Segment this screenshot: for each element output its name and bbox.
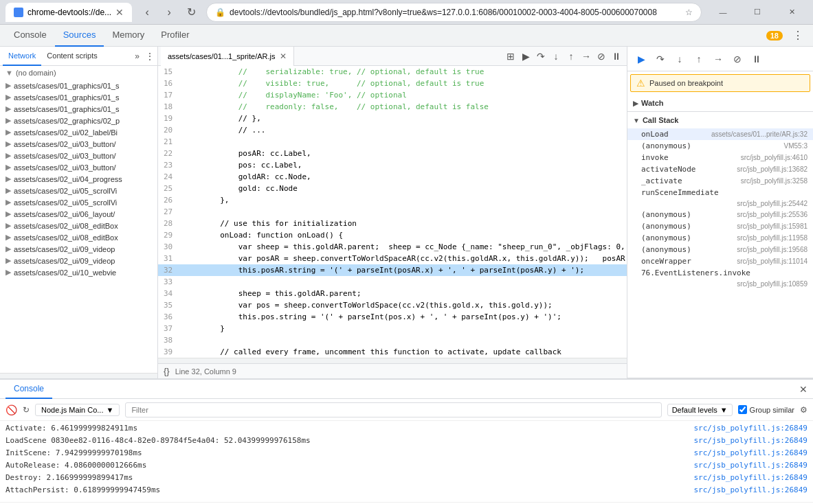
step-into-debug-btn[interactable]: ↓ (671, 51, 688, 67)
list-item[interactable]: ▶ assets/cases/02_ui/09_videop (0, 243, 157, 255)
call-stack-item[interactable]: invokesrc/jsb_polyfill.js:4610 (627, 152, 813, 163)
console-content: Activate: 6.461999999824911mssrc/jsb_pol… (0, 421, 813, 502)
list-item[interactable]: ▶ assets/cases/02_ui/03_button/ (0, 138, 157, 150)
editor-tab-ar[interactable]: assets/cases/01...1_sprite/AR.js ✕ (161, 47, 294, 66)
context-chevron-icon: ▼ (106, 406, 113, 414)
line-number: 37 (158, 323, 178, 334)
call-stack-item-name: (anonymous) (641, 141, 691, 150)
list-item[interactable]: ▶ assets/cases/02_ui/10_webvie (0, 266, 157, 278)
call-stack-item-location: VM55:3 (784, 142, 808, 150)
file-item-label: assets/cases/02_ui/10_webvie (14, 268, 116, 277)
console-log-location[interactable]: src/jsb_polyfill.js:26849 (693, 435, 808, 446)
list-item[interactable]: ▶ assets/cases/01_graphics/01_s (0, 91, 157, 103)
file-tree-scrollbar-h[interactable] (0, 373, 157, 378)
browser-tab[interactable]: chrome-devtools://de... ✕ (5, 3, 132, 22)
console-settings-btn[interactable]: ⚙ (800, 405, 808, 415)
list-item: InitScene: 7.942999999970198mssrc/jsb_po… (0, 447, 813, 459)
list-item[interactable]: ▶ assets/cases/02_ui/05_scrollVi (0, 185, 157, 196)
console-clear-icon[interactable]: ↻ (23, 405, 30, 415)
maximize-btn[interactable]: ☐ (742, 3, 773, 22)
list-item[interactable]: ▶ assets/cases/02_ui/08_editBox (0, 231, 157, 243)
resume-debug-btn[interactable]: ▶ (633, 51, 649, 67)
pause-exceptions-btn[interactable]: ⏸ (609, 49, 624, 64)
code-scrollbar-h[interactable] (158, 358, 627, 363)
console-clear-btn[interactable]: 🚫 (5, 404, 17, 415)
forward-btn[interactable]: › (159, 3, 179, 22)
console-log-location[interactable]: src/jsb_polyfill.js:26849 (693, 460, 808, 471)
editor-tab-close-btn[interactable]: ✕ (280, 51, 287, 61)
table-row: 38 (158, 334, 627, 346)
bookmark-icon[interactable]: ☆ (685, 8, 693, 17)
list-item[interactable]: ▶ assets/cases/02_ui/03_button/ (0, 150, 157, 161)
list-item[interactable]: ▶ assets/cases/01_graphics/01_s (0, 103, 157, 115)
address-bar[interactable]: 🔒 devtools://devtools/bundled/js_app.htm… (206, 3, 702, 22)
call-stack-item[interactable]: (anonymous)src/jsb_polyfill.js:11958 (627, 232, 813, 244)
tab-sources[interactable]: Sources (55, 25, 104, 47)
step-btn[interactable]: → (579, 49, 594, 64)
list-item[interactable]: ▶ assets/cases/02_ui/09_videop (0, 255, 157, 266)
call-stack-item[interactable]: _activatesrc/jsb_polyfill.js:3258 (627, 175, 813, 187)
call-stack-item[interactable]: (anonymous)src/jsb_polyfill.js:19568 (627, 244, 813, 255)
table-row: 17 // displayName: 'Foo', // optional (158, 89, 627, 101)
tab-close-btn[interactable]: ✕ (115, 7, 124, 18)
step-over-btn[interactable]: ↷ (533, 49, 548, 64)
list-item[interactable]: ▶ assets/cases/02_ui/02_label/Bi (0, 126, 157, 138)
list-item[interactable]: ▶ assets/cases/01_graphics/01_s (0, 80, 157, 91)
list-item[interactable]: ▶ assets/cases/02_ui/06_layout/ (0, 208, 157, 220)
console-log-location[interactable]: src/jsb_polyfill.js:26849 (693, 448, 808, 459)
close-btn[interactable]: ✕ (776, 3, 808, 22)
more-tabs-btn[interactable]: » (132, 50, 142, 62)
console-tab[interactable]: Console (5, 380, 52, 399)
call-stack-item[interactable]: 76.EventListeners.invoke (627, 267, 813, 279)
group-similar-checkbox-label[interactable]: Group similar (738, 405, 794, 414)
resume-btn[interactable]: ▶ (518, 49, 533, 64)
code-area[interactable]: 15 // serializable: true, // optional, d… (158, 66, 627, 358)
watch-section-header[interactable]: ▶ Watch (627, 95, 813, 111)
list-item[interactable]: ▶ assets/cases/02_ui/04_progress (0, 173, 157, 185)
list-item[interactable]: ▶ assets/cases/02_ui/03_button/ (0, 161, 157, 173)
pretty-print-btn[interactable]: {} (164, 366, 170, 376)
console-log-location[interactable]: src/jsb_polyfill.js:26849 (693, 485, 808, 496)
deactivate-btn[interactable]: ⊘ (594, 49, 609, 64)
list-item[interactable]: ▶ assets/cases/02_ui/05_scrollVi (0, 196, 157, 208)
minimize-btn[interactable]: — (707, 3, 739, 22)
console-log-location[interactable]: src/jsb_polyfill.js:26849 (693, 472, 808, 483)
call-stack-item[interactable]: (anonymous)src/jsb_polyfill.js:15981 (627, 220, 813, 232)
list-item[interactable]: ▶ assets/cases/02_ui/08_editBox (0, 220, 157, 231)
format-btn[interactable]: ⊞ (503, 49, 518, 64)
step-out-debug-btn[interactable]: ↑ (691, 51, 707, 67)
call-stack-item[interactable]: onLoadassets/cases/01...prite/AR.js:32 (627, 128, 813, 140)
call-stack-section-header[interactable]: ▼ Call Stack (627, 112, 813, 128)
call-stack-item[interactable]: src/jsb_polyfill.js:25442 (627, 198, 813, 209)
no-domain-item[interactable]: ▼ (no domain) (0, 66, 157, 80)
step-out-btn[interactable]: ↑ (564, 49, 579, 64)
step-into-btn[interactable]: ↓ (548, 49, 564, 64)
console-filter-input[interactable] (125, 402, 661, 417)
tab-profiler[interactable]: Profiler (153, 25, 197, 47)
pause-exceptions-debug-btn[interactable]: ⏸ (748, 51, 765, 67)
step-over-debug-btn[interactable]: ↷ (652, 51, 669, 67)
call-stack-item[interactable]: activateNodesrc/jsb_polyfill.js:13682 (627, 163, 813, 175)
call-stack-item[interactable]: src/jsb_polyfill.js:10859 (627, 279, 813, 289)
call-stack-item[interactable]: runSceneImmediate (627, 187, 813, 198)
deactivate-debug-btn[interactable]: ⊘ (729, 51, 746, 67)
tab-console[interactable]: Console (5, 25, 55, 47)
reload-btn[interactable]: ↻ (181, 3, 201, 22)
step-debug-btn[interactable]: → (710, 51, 726, 67)
tab-memory[interactable]: Memory (104, 25, 153, 47)
console-levels-dropdown[interactable]: Default levels ▼ (667, 404, 733, 416)
file-tab-content-scripts[interactable]: Content scripts (41, 47, 102, 66)
call-stack-item[interactable]: (anonymous)VM55:3 (627, 140, 813, 152)
console-close-btn[interactable]: ✕ (799, 384, 808, 395)
console-log-location[interactable]: src/jsb_polyfill.js:26849 (693, 423, 808, 434)
file-tab-network[interactable]: Network (3, 47, 41, 66)
call-stack-item[interactable]: (anonymous)src/jsb_polyfill.js:25536 (627, 209, 813, 220)
file-panel-menu-btn[interactable]: ⋮ (145, 51, 155, 62)
call-stack-item-location: src/jsb_polyfill.js:15981 (737, 222, 808, 230)
devtools-menu-btn[interactable]: ⋮ (788, 26, 808, 45)
context-selector[interactable]: Node.js Main Co... ▼ (35, 404, 120, 416)
list-item[interactable]: ▶ assets/cases/02_graphics/02_p (0, 115, 157, 126)
call-stack-item[interactable]: onceWrappersrc/jsb_polyfill.js:11014 (627, 255, 813, 267)
back-btn[interactable]: ‹ (137, 3, 157, 22)
group-similar-checkbox[interactable] (738, 405, 747, 414)
